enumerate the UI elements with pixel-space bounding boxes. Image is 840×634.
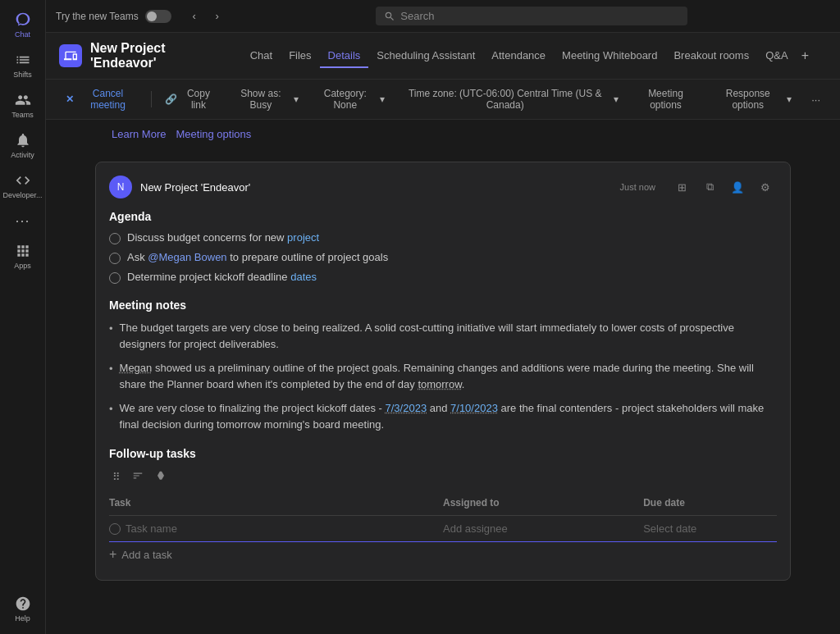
sidebar-label-developer: Developer... [2,191,42,199]
learn-more-link[interactable]: Learn More [112,128,166,140]
card-action-settings[interactable]: ⚙ [754,176,777,198]
search-bar [376,7,687,25]
agenda-item-1: Discuss budget concerns for new project [109,231,777,244]
sidebar-item-developer[interactable]: Developer... [3,167,43,204]
agenda-item-2: Ask @Megan Bowen to prepare outline of p… [109,251,777,264]
tab-chat[interactable]: Chat [242,44,281,68]
agenda-link-project[interactable]: project [287,231,319,244]
nav-forward-button[interactable]: › [208,7,227,26]
sidebar: Chat Shifts Teams Activity Developer... … [0,0,46,634]
tab-scheduling[interactable]: Scheduling Assistant [368,44,483,68]
response-options-button[interactable]: Response options ▾ [706,84,798,114]
response-chevron-icon: ▾ [787,94,792,105]
tasks-sort-button[interactable] [129,468,147,486]
meeting-card: N New Project 'Endeavor' Just now ⊞ ⧉ 👤 … [95,162,791,581]
try-teams-toggle[interactable] [145,10,171,23]
tasks-title: Follow-up tasks [109,447,777,460]
task-input-row: Add assignee Select date [109,516,777,542]
tasks-section: Follow-up tasks ⠿ Task Assigned to [109,447,777,567]
main-content: Try the new Teams ‹ › New Project 'Endea… [46,0,840,634]
bullet-dot-1: • [109,321,113,352]
agenda-circle-1 [109,233,121,244]
sidebar-item-apps[interactable]: Apps [3,238,43,275]
tasks-drag-handle[interactable]: ⠿ [109,469,124,485]
date-placeholder[interactable]: Select date [643,522,696,535]
sidebar-label-chat: Chat [15,30,30,39]
more-icon: ··· [15,212,30,230]
card-actions: ⊞ ⧉ 👤 ⚙ [670,176,777,198]
content-area: Learn More Meeting options N New Project… [46,120,840,634]
date-link-1[interactable]: 7/3/2023 [386,402,427,414]
show-as-button[interactable]: Show as: Busy ▾ [226,84,305,114]
notes-section: Meeting notes • The budget targets are v… [109,299,777,432]
col-task: Task [109,494,443,516]
meeting-options-link[interactable]: Meeting options [176,128,251,140]
task-checkbox[interactable] [109,523,121,535]
card-action-share[interactable]: 👤 [726,176,749,198]
cancel-meeting-button[interactable]: ✕ Cancel meeting [59,84,144,114]
tab-breakout[interactable]: Breakout rooms [665,44,757,68]
tab-attendance[interactable]: Attendance [483,44,554,68]
mention-megan[interactable]: @Megan Bowen [148,251,226,263]
tab-details[interactable]: Details [320,44,369,68]
meeting-header: New Project 'Endeavor' Chat Files Detail… [46,33,840,80]
sidebar-item-shifts[interactable]: Shifts [3,47,43,84]
tab-qa[interactable]: Q&A [757,44,796,68]
meeting-tabs: Chat Files Details Scheduling Assistant … [229,43,827,68]
toolbar-separator-1 [151,91,152,107]
megan-underline: Megan [120,362,153,374]
notes-title: Meeting notes [109,299,777,312]
category-button[interactable]: Category: None ▾ [308,84,391,114]
learn-more-row: Learn More Meeting options [46,120,840,148]
sidebar-label-shifts: Shifts [13,71,32,79]
more-options-button[interactable]: ··· [805,90,827,109]
agenda-title: Agenda [109,210,777,223]
note-item-2: • Megan showed us a preliminary outline … [109,360,777,392]
agenda-link-dates[interactable]: dates [290,271,317,283]
col-due-date: Due date [643,494,777,516]
bullet-dot-2: • [109,361,113,392]
note-item-3: • We are very close to finalizing the pr… [109,400,777,432]
add-task-button[interactable]: + Add a task [109,542,777,567]
card-action-grid[interactable]: ⊞ [670,176,693,198]
tasks-toolbar: ⠿ [109,468,777,486]
agenda-item-3: Determine project kickoff deadline dates [109,271,777,284]
task-name-input[interactable] [126,522,443,535]
meeting-icon [59,44,82,67]
tomorrow-underline: tomorrow [418,378,461,390]
sidebar-label-activity: Activity [11,151,34,159]
sidebar-item-activity[interactable]: Activity [3,127,43,164]
tasks-table: Task Assigned to Due date [109,494,777,542]
avatar: N [109,176,132,198]
timezone-chevron-icon: ▾ [614,94,619,105]
tab-files[interactable]: Files [281,44,319,68]
sidebar-item-teams[interactable]: Teams [3,87,43,124]
tab-whiteboard[interactable]: Meeting Whiteboard [554,44,665,68]
tasks-more-button[interactable] [152,468,170,486]
agenda-circle-2 [109,253,121,264]
bullet-dot-3: • [109,401,113,432]
add-task-plus-icon: + [109,547,116,562]
topbar: Try the new Teams ‹ › [46,0,840,33]
sidebar-item-help[interactable]: Help [3,591,43,627]
sidebar-label-help: Help [15,614,30,623]
meeting-options-button[interactable]: Meeting options [628,84,704,114]
col-assignee: Assigned to [443,494,643,516]
assignee-placeholder[interactable]: Add assignee [443,522,508,535]
card-action-copy[interactable]: ⧉ [698,176,721,198]
search-input[interactable] [400,10,679,22]
card-timestamp: Just now [620,182,655,192]
sidebar-item-chat[interactable]: Chat [3,7,43,43]
meeting-title-row: New Project 'Endeavor' Chat Files Detail… [46,33,840,79]
copy-link-icon: 🔗 [165,94,177,105]
date-link-2[interactable]: 7/10/2023 [450,402,498,414]
nav-back-button[interactable]: ‹ [185,7,204,26]
copy-link-button[interactable]: 🔗 Copy link [158,84,222,114]
add-tab-button[interactable]: + [797,43,814,68]
cancel-x-icon: ✕ [66,94,74,105]
sidebar-label-teams: Teams [11,111,34,119]
timezone-button[interactable]: Time zone: (UTC-06:00) Central Time (US … [395,84,625,114]
sidebar-label-apps: Apps [14,262,31,270]
sidebar-item-more[interactable]: ··· [3,208,43,235]
meeting-title: New Project 'Endeavor' [90,41,221,71]
